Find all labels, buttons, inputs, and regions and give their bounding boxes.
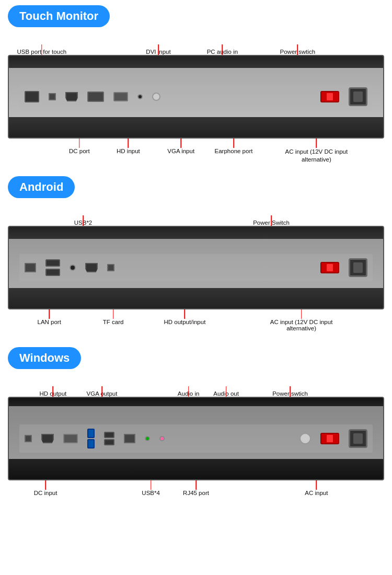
touch-monitor-top-labels: USB port for touch DVI input PC audio in… bbox=[8, 35, 384, 55]
line-vga-input bbox=[180, 139, 181, 148]
windows-title: Windows bbox=[8, 347, 81, 369]
port-audio-in bbox=[137, 94, 143, 99]
label-vga-input: VGA input bbox=[167, 148, 194, 154]
line-dc-port bbox=[79, 139, 80, 148]
android-top-labels: USB*2 Power Switch bbox=[8, 206, 384, 226]
label-earphone: Earphone port bbox=[215, 148, 253, 154]
android-bottom-labels: LAN port TF card HD output/input AC inpu… bbox=[8, 309, 384, 337]
port-hdmi-win bbox=[41, 434, 54, 443]
port-ac-android bbox=[349, 258, 367, 277]
android-diagram: USB*2 Power Switch bbox=[8, 206, 384, 337]
line-usb4 bbox=[151, 480, 152, 490]
port-power-android bbox=[320, 262, 339, 273]
port-knob-win bbox=[299, 433, 311, 444]
port-dc-win bbox=[25, 435, 32, 442]
touch-monitor-image bbox=[8, 55, 384, 139]
label-rj45: RJ45 port bbox=[183, 490, 209, 496]
port-ac-touch bbox=[349, 87, 367, 106]
port-usb-w1 bbox=[104, 432, 114, 438]
port-usb-a2 bbox=[45, 269, 60, 276]
label-tf: TF card bbox=[103, 319, 124, 325]
touch-monitor-section: Touch Monitor USB port for touch DVI inp… bbox=[8, 5, 384, 166]
port-lan bbox=[25, 263, 36, 272]
port-rj45-win bbox=[124, 434, 135, 443]
port-dvi bbox=[87, 91, 104, 102]
line-ac-android bbox=[301, 309, 302, 319]
port-hd-android bbox=[85, 263, 98, 272]
windows-ports bbox=[19, 424, 373, 453]
line-earphone bbox=[233, 139, 234, 148]
line-power-switch-touch bbox=[297, 44, 298, 55]
port-usb3-2 bbox=[87, 439, 95, 448]
windows-image bbox=[8, 397, 384, 480]
port-vga-win bbox=[63, 434, 78, 443]
windows-diagram: HD output VGA output Audio in Audio out … bbox=[8, 377, 384, 508]
port-audio-out-win bbox=[159, 436, 165, 441]
port-ac-win bbox=[349, 429, 367, 448]
line-rj45 bbox=[195, 480, 197, 490]
port-power-sw-win bbox=[320, 433, 339, 444]
port-usb-a1 bbox=[45, 259, 60, 267]
label-ac-win: AC input bbox=[305, 490, 328, 496]
line-usb2 bbox=[83, 215, 84, 226]
line-audio-in bbox=[188, 386, 189, 397]
windows-section: Windows HD output VGA output Audio in Au… bbox=[8, 347, 384, 508]
port-tf bbox=[70, 264, 76, 271]
touch-monitor-header: Touch Monitor bbox=[8, 5, 384, 32]
port-dc bbox=[49, 93, 56, 100]
touch-monitor-title: Touch Monitor bbox=[8, 5, 110, 27]
label-dc-port: DC port bbox=[69, 148, 90, 154]
touch-monitor-bottom-labels: DC port HD input VGA input Earphone port… bbox=[8, 139, 384, 166]
line-dc-in bbox=[45, 480, 46, 490]
port-usb3-1 bbox=[87, 429, 95, 438]
windows-header: Windows bbox=[8, 347, 384, 374]
port-usb-w2 bbox=[104, 439, 114, 445]
android-ports bbox=[19, 254, 373, 281]
line-tf bbox=[113, 309, 114, 319]
label-usb4: USB*4 bbox=[142, 490, 160, 496]
line-hd-output bbox=[185, 309, 186, 319]
line-hd-out bbox=[53, 386, 54, 397]
line-pc-audio bbox=[222, 44, 223, 55]
port-audio-in-win bbox=[145, 436, 150, 441]
label-ac-android: AC input (12V DC input alternative) bbox=[260, 319, 342, 331]
line-power-win bbox=[290, 386, 291, 397]
port-power-sw bbox=[320, 91, 339, 102]
touch-monitor-diagram: USB port for touch DVI input PC audio in… bbox=[8, 35, 384, 166]
line-usb-touch bbox=[41, 44, 42, 55]
android-section: Android USB*2 Power Switch bbox=[8, 176, 384, 337]
label-hd-input: HD input bbox=[117, 148, 140, 154]
port-hd bbox=[65, 92, 78, 101]
line-audio-out bbox=[226, 386, 227, 397]
line-power-android bbox=[271, 215, 272, 226]
android-header: Android bbox=[8, 176, 384, 203]
label-lan: LAN port bbox=[37, 319, 61, 325]
label-hd-output: HD output/input bbox=[164, 319, 205, 325]
windows-bottom-labels: DC input USB*4 RJ45 port AC input bbox=[8, 480, 384, 508]
port-earphone bbox=[152, 93, 160, 101]
line-dvi-input bbox=[158, 44, 159, 55]
touch-monitor-ports bbox=[19, 83, 373, 110]
port-misc bbox=[107, 264, 114, 271]
android-title: Android bbox=[8, 176, 75, 198]
android-image bbox=[8, 226, 384, 309]
label-ac-touch: AC input (12V DC inputalternative) bbox=[285, 148, 348, 164]
line-hd-input bbox=[128, 139, 129, 148]
label-dc-in: DC input bbox=[34, 490, 57, 496]
line-ac-win bbox=[316, 480, 317, 490]
line-lan bbox=[49, 309, 50, 319]
port-usb bbox=[25, 91, 39, 102]
windows-top-labels: HD output VGA output Audio in Audio out … bbox=[8, 377, 384, 397]
port-vga bbox=[113, 92, 128, 101]
line-ac-touch bbox=[316, 139, 317, 148]
line-vga-out bbox=[101, 386, 102, 397]
